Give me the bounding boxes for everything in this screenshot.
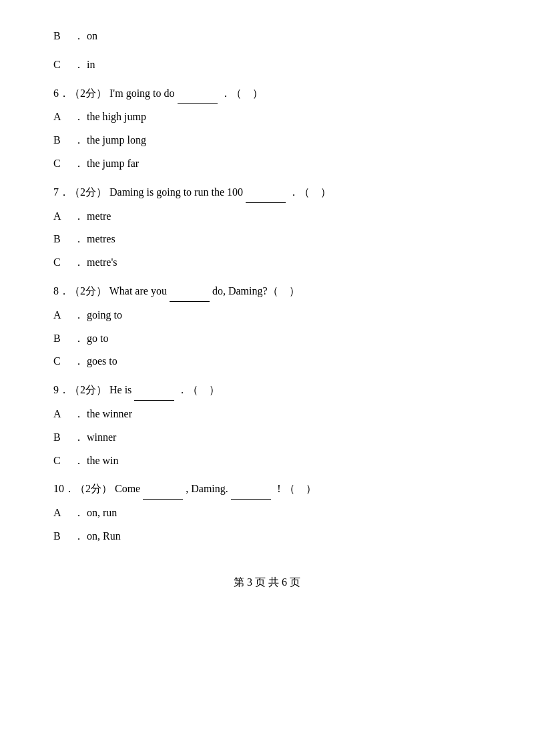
question-stem: 6． （2分） I'm going to do ． （ ） [53, 84, 481, 104]
option-letter: A [53, 108, 73, 127]
option-letter: A [53, 405, 73, 424]
question-stem: 10． （2分） Come , Daming. ！ （ ） [53, 480, 481, 500]
option-text: the jump far [87, 154, 139, 174]
question-stem: 8． （2分） What are you do, Daming? （ ） [53, 282, 481, 302]
option-text: the win [87, 451, 119, 471]
option-text: the jump long [87, 131, 146, 150]
option-letter: C [53, 55, 73, 75]
option-text: the high jump [87, 108, 146, 127]
option-letter: B [53, 428, 73, 447]
question-10: 10． （2分） Come , Daming. ！ （ ） A ． on, ru… [53, 480, 481, 546]
option-letter: C [53, 352, 73, 371]
option-letter: A [53, 504, 73, 523]
page-footer: 第 3 页 共 6 页 [53, 573, 481, 592]
answer-blank-2 [231, 480, 271, 500]
option-letter: A [53, 306, 73, 325]
option-letter: C [53, 451, 73, 471]
stem-text: I'm going to do [107, 84, 175, 104]
option-a: A ． the high jump [53, 108, 481, 127]
question-number: 8． [53, 282, 69, 301]
question-7: 7． （2分） Daming is going to run the 100 ．… [53, 183, 481, 272]
option-b: B ． go to [53, 329, 481, 349]
option-a: A ． going to [53, 306, 481, 325]
option-text: going to [87, 306, 122, 325]
answer-blank [170, 282, 210, 302]
bracket: （ ） [299, 183, 331, 202]
option-b: B ． metres [53, 230, 481, 249]
bracket: （ ） [231, 84, 263, 104]
question-score: （2分） [75, 480, 112, 499]
question-number: 7． [53, 183, 69, 202]
option-text: metre [87, 207, 111, 226]
option-letter: A [53, 207, 73, 226]
option-text: winner [87, 428, 116, 447]
option-letter: B [53, 27, 73, 46]
question-number: 9． [53, 381, 69, 400]
answer-blank [178, 84, 218, 104]
option-c-in: C ． in [53, 55, 481, 75]
option-a: A ． the winner [53, 405, 481, 424]
option-text: goes to [87, 352, 117, 371]
option-c: C ． the win [53, 451, 481, 471]
question-score: （2分） [69, 282, 107, 301]
answer-blank [143, 480, 183, 500]
option-b: B ． on, Run [53, 527, 481, 546]
question-score: （2分） [69, 183, 107, 202]
question-stem: 7． （2分） Daming is going to run the 100 ．… [53, 183, 481, 203]
option-b-on: B ． on [53, 27, 481, 46]
option-b: B ． the jump long [53, 131, 481, 150]
stem-text: He is [107, 381, 131, 400]
option-text: on, Run [87, 527, 121, 546]
punctuation: ． [177, 381, 188, 400]
bracket: （ ） [268, 282, 300, 301]
option-c: C ． goes to [53, 352, 481, 371]
option-text: metres [87, 230, 115, 249]
option-letter: C [53, 253, 73, 272]
option-letter: C [53, 154, 73, 174]
exclamation: ！ [274, 480, 284, 499]
option-text: on [87, 27, 97, 46]
punctuation: ． [288, 183, 299, 202]
option-text: the winner [87, 405, 132, 424]
question-6: 6． （2分） I'm going to do ． （ ） A ． the hi… [53, 84, 481, 174]
question-score: （2分） [69, 84, 107, 104]
question-number: 6． [53, 84, 69, 104]
option-text: go to [87, 329, 108, 349]
question-score: （2分） [69, 381, 107, 400]
option-text: metre's [87, 253, 117, 272]
question-8: 8． （2分） What are you do, Daming? （ ） A ．… [53, 282, 481, 371]
question-number: 10． [53, 480, 75, 499]
punctuation: ． [220, 84, 231, 104]
option-b: B ． winner [53, 428, 481, 447]
bracket: （ ） [284, 480, 316, 499]
page-number-text: 第 3 页 共 6 页 [234, 576, 300, 588]
question-9: 9． （2分） He is ． （ ） A ． the winner B ． w… [53, 381, 481, 470]
option-letter: B [53, 329, 73, 349]
answer-blank [246, 183, 286, 203]
option-a: A ． on, run [53, 504, 481, 523]
answer-blank [134, 381, 174, 401]
option-letter: B [53, 527, 73, 546]
option-c: C ． the jump far [53, 154, 481, 174]
option-letter: B [53, 131, 73, 150]
stem-text-2: , Daming. [186, 480, 228, 499]
stem-text: Daming is going to run the 100 [107, 183, 243, 202]
stem-text: What are you [107, 282, 167, 301]
stem-text-2: do, Daming? [212, 282, 268, 301]
option-c: C ． metre's [53, 253, 481, 272]
stem-text: Come [112, 480, 140, 499]
option-a: A ． metre [53, 207, 481, 226]
option-letter: B [53, 230, 73, 249]
option-text: on, run [87, 504, 117, 523]
bracket: （ ） [188, 381, 220, 400]
question-stem: 9． （2分） He is ． （ ） [53, 381, 481, 401]
option-text: in [87, 55, 95, 75]
